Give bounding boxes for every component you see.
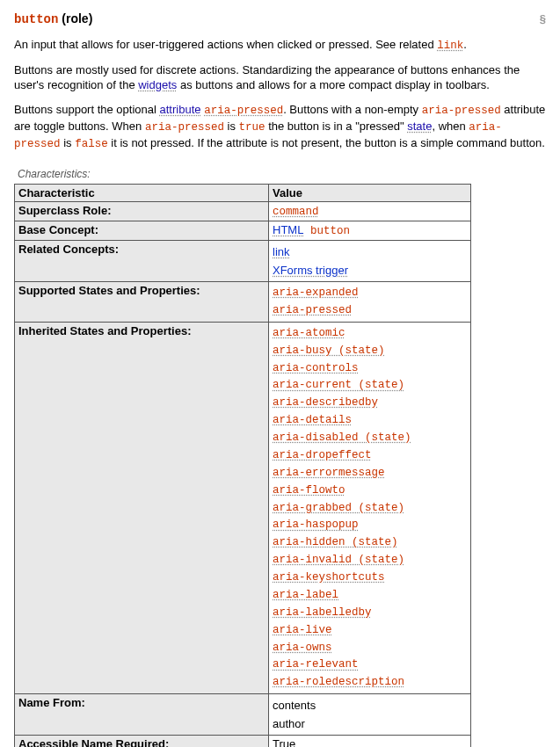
related-concepts-list: link XForms trigger [269, 240, 471, 281]
text: . Buttons with a non-empty [283, 103, 422, 116]
supported-link[interactable]: aria-expanded [273, 286, 467, 301]
inherited-link[interactable]: aria-live [273, 623, 467, 638]
superclass-link[interactable]: command [273, 206, 319, 218]
false-code: false [75, 138, 108, 150]
related-link-link[interactable]: link [437, 40, 463, 52]
text: Buttons support the optional [14, 103, 160, 116]
inherited-link[interactable]: aria-haspopup [273, 518, 467, 533]
related-link[interactable]: XForms trigger [273, 263, 467, 279]
text: the button is in a "pressed" [265, 120, 408, 133]
row-base-concept-label: Base Concept: [15, 221, 269, 241]
name-from-item: author [273, 716, 467, 732]
row-name-from-label: Name From: [15, 694, 269, 736]
text: it is not pressed. If the attribute is n… [108, 136, 545, 149]
intro-paragraph-1: An input that allows for user-triggered … [14, 37, 546, 54]
text: An input that allows for user-triggered … [14, 38, 437, 51]
name-from-item: contents [273, 698, 467, 714]
button-code: button [303, 225, 350, 237]
inherited-link[interactable]: aria-disabled (state) [273, 431, 467, 446]
text: , when [432, 120, 469, 133]
inherited-link[interactable]: aria-busy (state) [273, 344, 467, 359]
inherited-link[interactable]: aria-roledescription [273, 675, 467, 690]
inherited-link[interactable]: aria-flowto [273, 483, 467, 498]
intro-paragraph-2: Buttons are mostly used for discrete act… [14, 62, 546, 93]
inherited-link[interactable]: aria-labelledby [273, 606, 467, 620]
row-acc-name-req-label: Accessible Name Required: [15, 736, 269, 747]
state-link[interactable]: state [407, 120, 432, 133]
acc-name-req-value: True [269, 736, 471, 747]
html-spec-link[interactable]: HTML [273, 223, 303, 236]
role-suffix: (role) [58, 11, 92, 25]
role-code: button [14, 12, 58, 26]
characteristics-table: Characteristic Value Superclass Role: co… [14, 184, 471, 747]
text: is [61, 136, 76, 149]
true-code: true [239, 121, 265, 134]
text: . [463, 38, 467, 51]
aria-pressed-code: aria-pressed [422, 105, 501, 117]
name-from-list: contents author [269, 694, 471, 736]
inherited-link[interactable]: aria-owns [273, 641, 467, 656]
row-superclass-label: Superclass Role: [15, 202, 269, 221]
page-title: button (role) [14, 11, 92, 28]
inherited-link[interactable]: aria-describedby [273, 395, 467, 410]
permalink-icon[interactable]: § [540, 11, 546, 27]
intro-paragraph-3: Buttons support the optional attribute a… [14, 102, 546, 152]
widgets-link[interactable]: widgets [138, 78, 177, 91]
aria-pressed-code: aria-pressed [145, 121, 224, 134]
inherited-link[interactable]: aria-dropeffect [273, 448, 467, 463]
row-inherited-label: Inherited States and Properties: [15, 322, 269, 693]
attribute-link[interactable]: attribute [160, 103, 201, 116]
row-supported-label: Supported States and Properties: [15, 282, 269, 323]
row-related-concepts-label: Related Concepts: [15, 240, 269, 281]
inherited-link[interactable]: aria-relevant [273, 657, 467, 672]
inherited-link[interactable]: aria-invalid (state) [273, 553, 467, 568]
supported-link[interactable]: aria-pressed [273, 303, 467, 318]
inherited-link[interactable]: aria-errormessage [273, 466, 467, 481]
related-link[interactable]: link [273, 244, 467, 260]
table-caption: Characteristics: [18, 167, 546, 181]
text: is [224, 120, 239, 133]
inherited-list: aria-atomicaria-busy (state)aria-control… [269, 322, 471, 693]
text: as buttons and allows for a more compact… [177, 78, 490, 91]
supported-list: aria-expanded aria-pressed [269, 282, 471, 323]
col-characteristic: Characteristic [15, 184, 269, 202]
inherited-link[interactable]: aria-controls [273, 361, 467, 376]
inherited-link[interactable]: aria-current (state) [273, 378, 467, 393]
inherited-link[interactable]: aria-keyshortcuts [273, 570, 467, 585]
inherited-link[interactable]: aria-grabbed (state) [273, 501, 467, 516]
aria-pressed-link[interactable]: aria-pressed [204, 105, 283, 117]
inherited-link[interactable]: aria-atomic [273, 326, 467, 341]
inherited-link[interactable]: aria-label [273, 588, 467, 603]
inherited-link[interactable]: aria-details [273, 413, 467, 428]
inherited-link[interactable]: aria-hidden (state) [273, 535, 467, 550]
col-value: Value [269, 184, 471, 202]
